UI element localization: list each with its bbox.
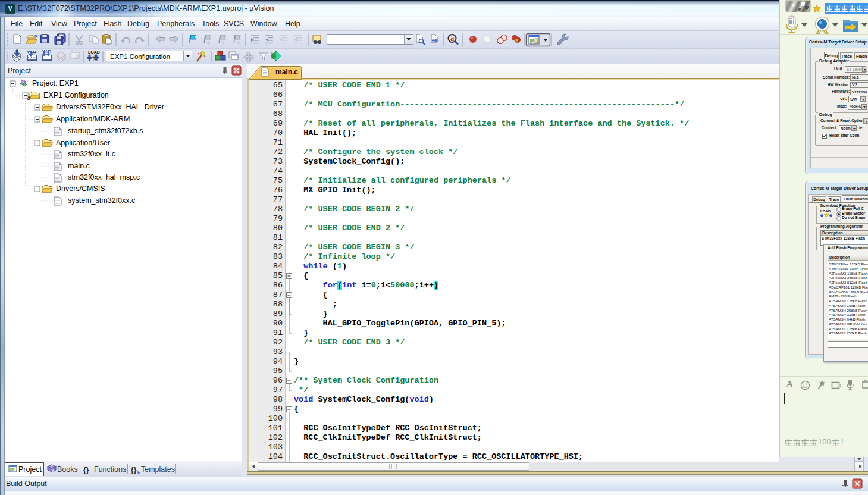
svg-text:?: ? (51, 468, 54, 473)
svg-text:{}: {} (83, 466, 89, 474)
svg-text:{}: {} (131, 466, 137, 474)
svg-text:LOAD: LOAD (820, 209, 831, 213)
